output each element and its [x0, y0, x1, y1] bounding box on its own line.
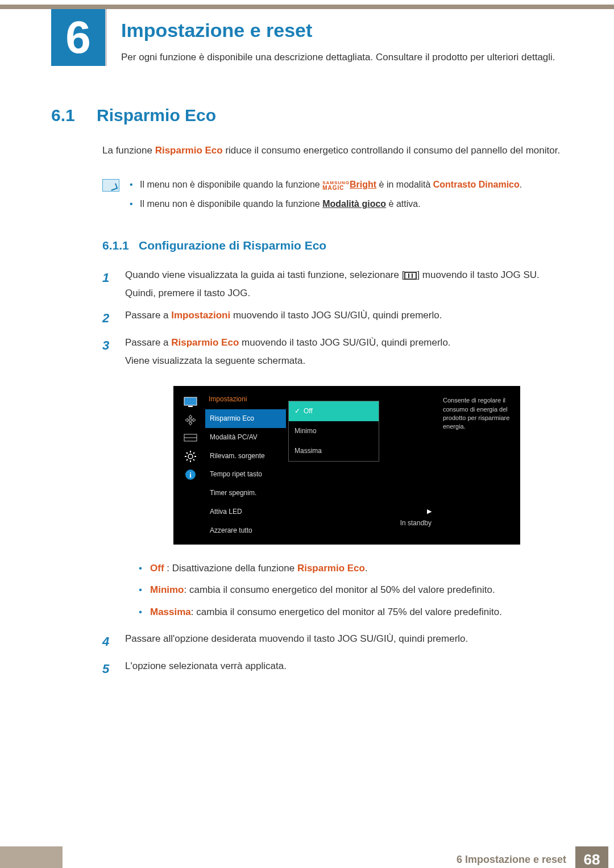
osd-value-col: ▶ In standby — [379, 391, 436, 539]
osd-sub-1: Minimo — [289, 421, 379, 441]
osd-move-icon — [182, 413, 198, 427]
note1-a: Il menu non è disponibile quando la funz… — [140, 180, 322, 189]
note2-c: è attiva. — [386, 199, 420, 209]
osd-menu: Impostazioni Risparmio Eco Modalità PC/A… — [203, 391, 288, 539]
osd-submenu: Off Minimo Massima — [288, 401, 379, 461]
off-label: Off — [150, 563, 164, 574]
intro-highlight: Risparmio Eco — [155, 145, 223, 156]
chapter-description: Per ogni funzione è disponibile una desc… — [121, 49, 569, 66]
svg-rect-1 — [188, 406, 193, 407]
osd-menu-item-5: Attiva LED — [205, 502, 286, 521]
footer: 6 Impostazione e reset 68 — [0, 846, 614, 868]
note-icon — [102, 179, 119, 192]
step-3-c: muovendo il tasto JOG SU/GIÙ, quindi pre… — [239, 337, 450, 348]
step-1: 1 Quando viene visualizzata la guida ai … — [102, 266, 569, 303]
osd-sub-2: Massima — [289, 441, 379, 461]
step-3-num: 3 — [102, 334, 115, 627]
max-label: Massima — [150, 607, 191, 617]
intro-text-c: riduce il consumo energetico controlland… — [223, 145, 560, 156]
option-off: Off : Disattivazione della funzione Risp… — [139, 560, 569, 577]
note2-b: Modalità gioco — [322, 199, 386, 209]
footer-page-number: 68 — [575, 846, 608, 868]
step-4-num: 4 — [102, 630, 115, 654]
step-1-num: 1 — [102, 266, 115, 303]
step-4: 4 Passare all'opzione desiderata muovend… — [102, 630, 569, 654]
steps-list: 1 Quando viene visualizzata la guida ai … — [102, 266, 569, 681]
svg-point-4 — [188, 454, 193, 459]
osd-menu-item-6: Azzerare tutto — [205, 521, 286, 540]
osd-settings-icon — [182, 450, 198, 463]
osd-menu-header: Impostazioni — [205, 391, 286, 409]
chapter-badge: 6 — [51, 9, 105, 66]
osd-menu-item-1: Modalità PC/AV — [205, 428, 286, 447]
osd-description: Consente di regolare il consumo di energ… — [436, 391, 516, 539]
svg-line-10 — [193, 459, 194, 460]
osd-display-icon — [182, 431, 198, 445]
osd-arrow-icon: ▶ — [427, 505, 432, 517]
note1-d: . — [520, 180, 522, 189]
section-title: Risparmio Eco — [97, 106, 216, 125]
note2-a: Il menu non è disponibile quando la funz… — [140, 199, 322, 209]
step-2-b: Impostazioni — [171, 310, 230, 321]
osd-screenshot: i Impostazioni Risparmio Eco Modalità PC… — [173, 386, 520, 544]
osd-menu-item-0: Risparmio Eco — [205, 409, 286, 428]
option-minimo: Minimo: cambia il consumo energetico del… — [139, 582, 569, 599]
chapter-number: 6 — [65, 11, 91, 64]
option-massima: Massima: cambia il consumo energetico de… — [139, 604, 569, 621]
osd-menu-item-2: Rilevam. sorgente — [205, 447, 286, 466]
menu-icon — [404, 272, 417, 280]
note-item-1: Il menu non è disponibile quando la funz… — [130, 177, 569, 193]
step-4-a: Passare all'opzione desiderata muovendo … — [125, 630, 569, 654]
svg-line-12 — [193, 452, 194, 454]
step-3-a: Passare a — [125, 337, 171, 348]
section-intro: La funzione Risparmio Eco riduce il cons… — [102, 142, 569, 160]
step-5-a: L'opzione selezionata verrà applicata. — [125, 657, 569, 681]
off-text: : Disattivazione della funzione — [164, 563, 297, 574]
step-2-num: 2 — [102, 306, 115, 330]
step-1-a: Quando viene visualizzata la guida ai ta… — [125, 269, 404, 280]
step-2-c: muovendo il tasto JOG SU/GIÙ, quindi pre… — [230, 310, 442, 321]
footer-label: 6 Impostazione e reset — [457, 854, 566, 866]
step-2-a: Passare a — [125, 310, 171, 321]
off-end: . — [365, 563, 368, 574]
note-block: Il menu non è disponibile quando la funz… — [102, 177, 569, 217]
note1-bright: Bright — [350, 180, 376, 189]
step-5-num: 5 — [102, 657, 115, 681]
samsung-magic-label: SAMSUNGMAGIC — [322, 181, 350, 191]
svg-line-9 — [186, 452, 188, 454]
osd-standby-label: In standby — [400, 517, 432, 530]
osd-sidebar: i — [178, 391, 203, 539]
osd-menu-item-3: Tempo ripet tasto — [205, 465, 286, 484]
subsection-title: Configurazione di Risparmio Eco — [139, 239, 326, 252]
svg-text:i: i — [189, 471, 192, 479]
max-text: : cambia il consumo energetico del monit… — [191, 607, 502, 617]
subsection-header: 6.1.1 Configurazione di Risparmio Eco — [102, 239, 614, 252]
step-2: 2 Passare a Impostazioni muovendo il tas… — [102, 306, 569, 330]
intro-text-a: La funzione — [102, 145, 155, 156]
osd-picture-icon — [182, 395, 198, 409]
note1-b: è in modalità — [376, 180, 433, 189]
subsection-number: 6.1.1 — [102, 239, 139, 252]
off-ref: Risparmio Eco — [297, 563, 365, 574]
step-5: 5 L'opzione selezionata verrà applicata. — [102, 657, 569, 681]
min-text: : cambia il consumo energetico del monit… — [184, 584, 495, 595]
svg-rect-0 — [184, 397, 197, 405]
section-header: 6.1 Risparmio Eco — [51, 106, 614, 125]
section-number: 6.1 — [51, 106, 97, 125]
note-item-2: Il menu non è disponibile quando la funz… — [130, 196, 569, 213]
osd-menu-item-4: Timer spegnim. — [205, 484, 286, 502]
step-3-b: Risparmio Eco — [171, 337, 239, 348]
svg-line-11 — [186, 459, 188, 460]
step-3-d: Viene visualizzata la seguente schermata… — [125, 355, 305, 366]
note1-c: Contrasto Dinamico — [433, 180, 520, 189]
osd-info-icon: i — [182, 468, 198, 481]
step-3: 3 Passare a Risparmio Eco muovendo il ta… — [102, 334, 569, 627]
footer-accent-bar — [0, 846, 63, 868]
chapter-title: Impostazione e reset — [121, 19, 569, 41]
min-label: Minimo — [150, 584, 184, 595]
options-list: Off : Disattivazione della funzione Risp… — [139, 560, 569, 621]
top-bar — [0, 5, 614, 9]
chapter-header: 6 Impostazione e reset Per ogni funzione… — [0, 9, 614, 66]
osd-sub-0: Off — [289, 401, 379, 421]
